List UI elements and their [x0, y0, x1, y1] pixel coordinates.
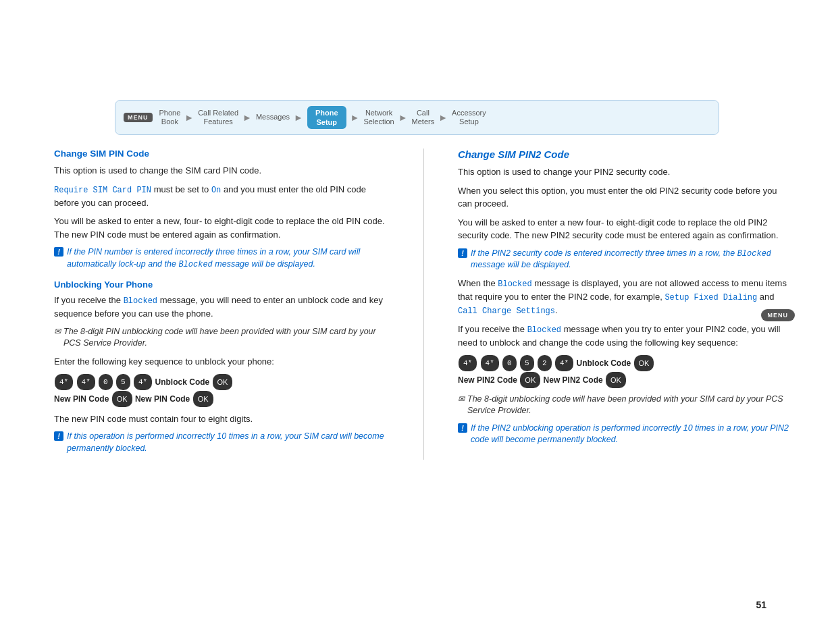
navigation-bar: MENU Phone Book ► Call Related Features … [115, 100, 719, 135]
left-para1: This option is used to change the SIM ca… [54, 164, 390, 178]
key-ok-2: OK [112, 391, 132, 407]
right-para5: If you receive the Blocked message when … [458, 323, 793, 350]
warning-icon-4: ! [458, 423, 467, 433]
key-5: 5 [116, 374, 130, 390]
warning-icon-2: ! [54, 431, 63, 441]
note-icon-2: ✉ [458, 394, 465, 405]
r-key-4star-3: 4* [555, 355, 573, 371]
left-para6: The new PIN code must contain four to ei… [54, 412, 390, 426]
nav-arrow-1: ► [184, 112, 194, 123]
key-unblock-label: Unblock Code [155, 377, 212, 387]
left-section-title: Change SIM PIN Code [54, 149, 390, 159]
nav-arrow-4: ► [350, 112, 360, 123]
side-menu-button[interactable]: MENU [761, 309, 796, 321]
r-key-unblock-label: Unblock Code [577, 358, 633, 368]
warning-icon-1: ! [54, 247, 63, 257]
left-code1: Require SIM Card PIN [54, 186, 151, 195]
nav-item-accessorysetup[interactable]: Accessory Setup [452, 109, 486, 126]
nav-item-messages[interactable]: Messages [256, 113, 290, 122]
nav-arrow-2: ► [242, 112, 252, 123]
key-newpin-label2: New PIN Code [135, 394, 192, 404]
nav-item-phonesetup[interactable]: Phone Setup [307, 106, 346, 130]
nav-arrow-5: ► [398, 112, 408, 123]
key-4star-1: 4* [55, 374, 73, 390]
page-number: 51 [756, 599, 766, 610]
left-warning2: ! If this operation is performed incorre… [54, 431, 390, 454]
r-key-2: 2 [538, 355, 552, 371]
right-column: Change SIM PIN2 Code This option is used… [458, 149, 793, 460]
right-section-title: Change SIM PIN2 Code [458, 149, 793, 160]
r-key-ok-1: OK [634, 355, 654, 371]
right-note1: ✉ The 8-digit unblocking code will have … [458, 394, 793, 417]
main-content: Change SIM PIN Code This option is used … [54, 149, 793, 460]
nav-item-phonebook[interactable]: Phone Book [159, 109, 181, 126]
left-warning1: ! If the PIN number is entered incorrect… [54, 246, 390, 270]
r-key-newpin2-label2: New PIN2 Code [544, 375, 605, 385]
left-para3: You will be asked to enter a new, four- … [54, 215, 390, 241]
r-key-ok-3: OK [606, 372, 626, 388]
r-key-0: 0 [502, 355, 517, 371]
left-on: On [211, 186, 221, 195]
column-divider [423, 149, 424, 460]
nav-item-networkselection[interactable]: Network Selection [363, 109, 394, 126]
nav-item-callrelated[interactable]: Call Related Features [198, 109, 238, 126]
right-para3: You will be asked to enter a new four- t… [458, 216, 793, 242]
r-key-4star-1: 4* [459, 355, 477, 371]
right-para1: This option is used to change your PIN2 … [458, 165, 793, 179]
r-key-5: 5 [520, 355, 534, 371]
right-para4: When the Blocked message is displayed, y… [458, 277, 793, 317]
nav-item-callmeters[interactable]: Call Meters [412, 109, 435, 126]
left-para4: If you receive the Blocked message, you … [54, 294, 390, 321]
key-4star-2: 4* [77, 374, 95, 390]
left-subsection-title: Unblocking Your Phone [54, 279, 390, 290]
right-warning2: ! If the PIN2 unblocking operation is pe… [458, 423, 793, 446]
key-newpin-label1: New PIN Code [54, 394, 111, 404]
r-key-ok-2: OK [520, 372, 540, 388]
left-key-sequence: 4* 4* 0 5 4* Unblock Code OK New PIN Cod… [54, 373, 390, 407]
key-0: 0 [99, 374, 113, 390]
r-key-4star-2: 4* [481, 355, 499, 371]
r-key-newpin2-label1: New PIN2 Code [458, 375, 519, 385]
left-para2: Require SIM Card PIN must be set to On a… [54, 183, 390, 210]
right-warning1: ! If the PIN2 security code is entered i… [458, 248, 793, 271]
key-ok-3: OK [193, 391, 213, 407]
menu-button[interactable]: MENU [124, 113, 153, 122]
nav-items: Phone Book ► Call Related Features ► Mes… [159, 106, 711, 130]
nav-arrow-3: ► [294, 112, 303, 123]
key-ok-1: OK [213, 374, 233, 390]
note-icon-1: ✉ [54, 326, 61, 338]
warning-icon-3: ! [458, 248, 467, 258]
right-key-sequence: 4* 4* 0 5 2 4* Unblock Code OK New PIN2 … [458, 354, 793, 388]
key-4star-3: 4* [134, 374, 152, 390]
nav-arrow-6: ► [438, 112, 448, 123]
left-para5: Enter the following key sequence to unbl… [54, 355, 390, 369]
left-note1: ✉ The 8-digit PIN unblocking code will h… [54, 326, 390, 350]
left-column: Change SIM PIN Code This option is used … [54, 149, 390, 460]
right-para2: When you select this option, you must en… [458, 184, 793, 211]
